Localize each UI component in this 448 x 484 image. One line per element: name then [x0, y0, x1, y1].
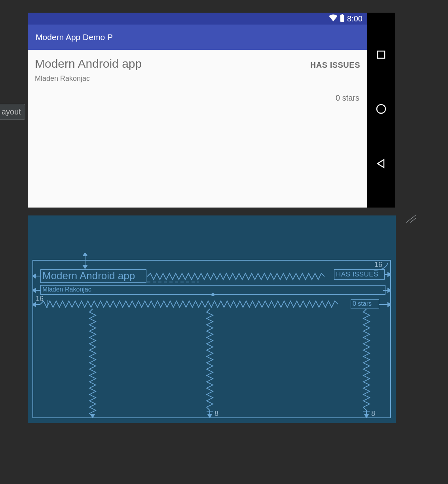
bp-issues-text: HAS ISSUES	[336, 271, 378, 278]
constraint-arrow-icon	[32, 272, 40, 280]
svg-marker-26	[207, 414, 212, 418]
svg-point-3	[377, 105, 385, 113]
overview-icon[interactable]	[376, 50, 386, 61]
constraint-layout-blueprint[interactable]: Modern Android app 16 HAS ISSUES Mladen	[28, 215, 396, 423]
constraint-arrow-icon	[384, 271, 391, 278]
vertical-resize-arrow-icon[interactable]	[81, 253, 89, 269]
constraint-arrow-icon	[32, 287, 40, 294]
constraint-arrow-icon	[383, 287, 391, 294]
svg-rect-1	[342, 14, 343, 15]
app-content: Modern Android app HAS ISSUES Mladen Rak…	[28, 50, 367, 208]
repo-author: Mladen Rakonjac	[35, 74, 360, 83]
bp-margin-bottom-center: 8	[215, 410, 218, 418]
svg-rect-0	[340, 15, 344, 22]
repo-stars: 0 stars	[336, 93, 359, 103]
blueprint-root-frame[interactable]: Modern Android app 16 HAS ISSUES Mladen	[32, 260, 391, 418]
constraint-arrow-icon	[379, 301, 391, 308]
svg-marker-20	[32, 303, 36, 307]
svg-rect-2	[378, 51, 385, 58]
constraint-spring-icon	[206, 309, 214, 418]
tool-window-tab-layout[interactable]: ayout	[0, 104, 25, 120]
app-bar: Modern App Demo P	[28, 25, 367, 50]
constraint-arrow-icon	[32, 301, 40, 308]
constraint-spring-icon	[89, 309, 97, 418]
bp-issues-view[interactable]: HAS ISSUES	[334, 269, 385, 280]
back-icon[interactable]	[376, 158, 386, 170]
android-nav-bar	[367, 13, 395, 208]
home-icon[interactable]	[376, 103, 387, 116]
constraint-spring-icon	[147, 272, 326, 280]
svg-marker-24	[90, 414, 95, 418]
bp-stars-text: 0 stars	[353, 300, 372, 307]
baseline-guide	[147, 281, 199, 283]
svg-marker-8	[83, 265, 87, 269]
device-preview: 8:00 Modern App Demo P Modern Android ap…	[28, 13, 395, 208]
svg-marker-13	[388, 272, 391, 276]
svg-marker-29	[364, 414, 369, 418]
bp-author-view[interactable]: Mladen Rakonjac	[40, 285, 385, 295]
svg-marker-7	[83, 253, 87, 256]
svg-marker-10	[32, 274, 36, 278]
constraint-stop-icon	[45, 300, 49, 308]
bp-stars-view[interactable]: 0 stars	[351, 299, 379, 309]
svg-marker-23	[388, 303, 391, 307]
svg-marker-18	[388, 288, 391, 292]
constraint-spring-icon	[363, 309, 370, 418]
tab-label: ayout	[2, 107, 21, 116]
bp-title-text: Modern Android app	[42, 270, 135, 282]
constraint-handle-icon[interactable]	[211, 293, 215, 297]
app-bar-title: Modern App Demo P	[36, 32, 113, 42]
wifi-icon	[329, 14, 338, 23]
panel-resize-handle[interactable]	[401, 214, 417, 226]
device-screen: 8:00 Modern App Demo P Modern Android ap…	[28, 13, 367, 208]
issues-badge: HAS ISSUES	[310, 61, 360, 70]
android-status-bar: 8:00	[28, 13, 367, 25]
svg-point-14	[211, 293, 215, 296]
bp-author-text: Mladen Rakonjac	[42, 286, 91, 293]
bp-margin-bottom-right: 8	[371, 410, 375, 418]
svg-marker-16	[32, 288, 36, 292]
bp-title-view[interactable]: Modern Android app	[40, 269, 146, 283]
battery-icon	[340, 14, 345, 24]
constraint-spring-icon	[40, 300, 340, 308]
status-time: 8:00	[347, 14, 363, 23]
repo-title: Modern Android app	[35, 57, 142, 71]
